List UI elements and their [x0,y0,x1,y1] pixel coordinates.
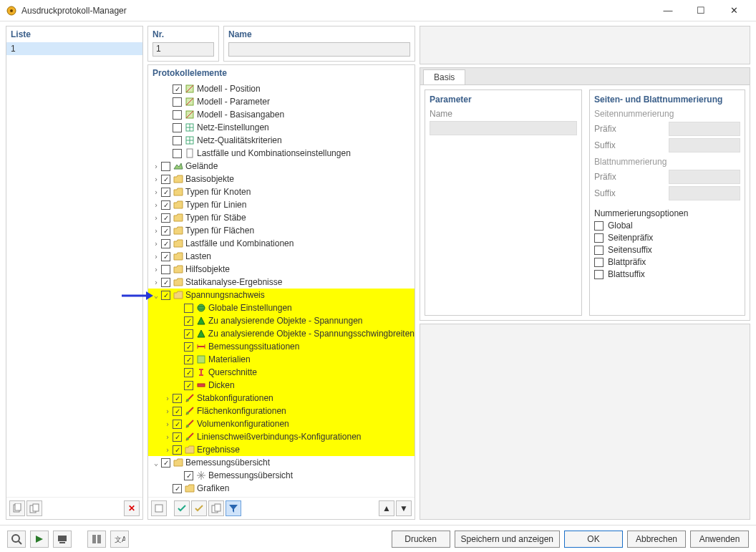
tree-item[interactable]: Bemessungssituationen [148,340,415,353]
page-suffix-input[interactable] [669,138,740,152]
checkbox[interactable] [161,213,170,223]
tool-uncheckall[interactable] [191,500,207,516]
checkbox[interactable] [173,84,182,94]
checkbox[interactable] [161,291,170,300]
expander-icon[interactable]: › [151,188,161,196]
checkbox[interactable] [161,458,170,468]
print-button[interactable]: Drucken [392,531,450,548]
checkbox[interactable] [173,445,182,455]
tool-filter[interactable] [226,500,241,516]
expander-icon[interactable]: › [163,446,173,454]
expander-icon[interactable]: › [151,240,161,248]
minimize-button[interactable]: — [651,0,684,21]
tree-item[interactable]: ›Volumenkonfigurationen [148,417,415,430]
delete-button[interactable]: ✕ [124,500,140,516]
expander-icon[interactable]: › [163,420,173,428]
tool-new[interactable] [151,500,167,516]
tree-item[interactable]: ›Typen für Linien [148,198,415,211]
tree-item[interactable]: ⌄Spannungsnachweis [148,289,415,301]
expander-icon[interactable]: › [163,407,173,415]
opt-page-prefix[interactable]: Seitenpräfix [594,233,740,243]
expander-icon[interactable]: › [151,266,161,273]
opt-sheet-suffix[interactable]: Blattsuffix [594,269,740,279]
tree-item[interactable]: Zu analysierende Objekte - Spannungen [148,314,415,327]
checkbox[interactable] [184,355,193,364]
bottom-tool-4[interactable] [87,531,106,548]
close-button[interactable]: ✕ [717,0,750,21]
new-button[interactable] [9,500,25,516]
tree-item[interactable]: ›Flächenkonfigurationen [148,405,415,417]
tree-item[interactable]: Bemessungsübersicht [148,469,415,482]
tree-item[interactable]: ›Lasten [148,250,415,263]
tree-item[interactable]: Zu analysierende Objekte - Spannungsschw… [148,327,415,340]
sheet-prefix-input[interactable] [669,170,740,184]
checkbox[interactable] [173,407,182,416]
tree-item[interactable]: Modell - Basisangaben [148,108,415,121]
tool-checkall[interactable] [174,500,190,516]
checkbox[interactable] [161,200,170,210]
tree-item[interactable]: ›Typen für Knoten [148,185,415,198]
checkbox[interactable] [161,265,170,274]
tree-item[interactable]: Dicken [148,379,415,392]
tree-item[interactable]: ›Basisobjekte [148,173,415,185]
param-name-input[interactable] [430,121,577,135]
tab-basis[interactable]: Basis [423,69,465,84]
save-show-button[interactable]: Speichern und anzeigen [455,531,560,548]
checkbox[interactable] [173,136,182,145]
tree-item[interactable]: Modell - Position [148,82,415,95]
checkbox[interactable] [184,304,193,313]
expander-icon[interactable]: › [151,279,161,286]
checkbox[interactable] [161,278,170,287]
checkbox[interactable] [161,252,170,261]
tree-item[interactable]: ⌄Bemessungsübersicht [148,456,415,469]
tree-item[interactable]: Modell - Parameter [148,95,415,108]
tree-item[interactable]: Querschnitte [148,366,415,379]
tree-item[interactable]: Lastfälle und Kombinationseinstellungen [148,147,415,160]
expander-icon[interactable]: › [151,214,161,222]
checkbox[interactable] [161,162,170,171]
tree-item[interactable]: ›Gelände [148,160,415,173]
checkbox[interactable] [161,226,170,236]
checkbox[interactable] [184,381,193,390]
tree-item[interactable]: ›Lastfälle und Kombinationen [148,237,415,250]
bottom-tool-5[interactable]: 文A [110,531,129,548]
bottom-tool-3[interactable] [53,531,72,548]
expander-icon[interactable]: › [163,433,173,441]
tree-item[interactable]: ›Typen für Flächen [148,224,415,237]
checkbox[interactable] [173,420,182,429]
checkbox[interactable] [173,432,182,442]
opt-global[interactable]: Global [594,221,740,231]
move-up-button[interactable]: ▲ [379,500,394,516]
checkbox[interactable] [184,368,193,377]
checkbox[interactable] [184,329,193,339]
tree-item[interactable]: Globale Einstellungen [148,301,415,314]
tree-item[interactable]: ›Stabkonfigurationen [148,392,415,405]
expander-icon[interactable]: › [151,163,161,170]
page-prefix-input[interactable] [669,122,740,136]
bottom-tool-1[interactable] [7,531,26,548]
checkbox[interactable] [173,394,182,403]
copy-button[interactable] [26,500,42,516]
maximize-button[interactable]: ☐ [684,0,717,21]
checkbox[interactable] [173,97,182,107]
checkbox[interactable] [184,471,193,480]
sheet-suffix-input[interactable] [669,186,740,200]
expander-icon[interactable]: › [151,201,161,209]
move-down-button[interactable]: ▼ [396,500,412,516]
tree-item[interactable]: ›Statikanalyse-Ergebnisse [148,276,415,289]
tool-copy[interactable] [208,500,224,516]
checkbox[interactable] [173,149,182,158]
liste-item[interactable]: 1 [6,42,142,55]
checkbox[interactable] [161,239,170,248]
tree-item[interactable]: Netz-Einstellungen [148,121,415,134]
opt-sheet-prefix[interactable]: Blattpräfix [594,257,740,267]
tree-item[interactable]: ›Typen für Stäbe [148,211,415,224]
checkbox[interactable] [173,123,182,132]
expander-icon[interactable]: › [151,175,161,183]
expander-icon[interactable]: ⌄ [151,459,161,467]
checkbox[interactable] [184,316,193,326]
checkbox[interactable] [173,110,182,120]
checkbox[interactable] [161,188,170,197]
name-input[interactable] [228,42,410,57]
tree-item[interactable]: Netz-Qualitätskriterien [148,134,415,147]
